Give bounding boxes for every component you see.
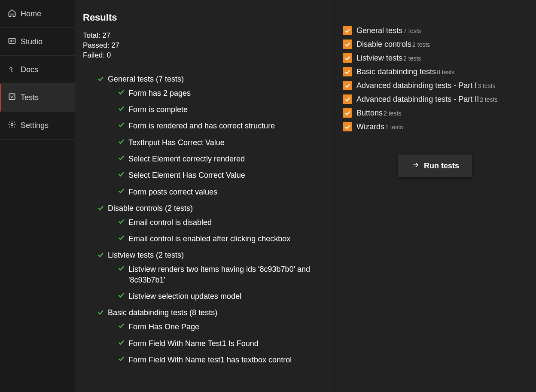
checkbox[interactable] <box>343 108 352 118</box>
test-group-header: General tests (7 tests) <box>97 75 330 84</box>
suite-count: 2 tests <box>480 96 497 103</box>
sidebar-item-label: Settings <box>21 121 49 130</box>
checkbox[interactable] <box>343 122 352 131</box>
sidebar-item-docs[interactable]: Docs <box>0 56 75 84</box>
suite-label: Listview tests2 tests <box>356 54 421 63</box>
check-icon <box>117 187 125 196</box>
sidebar: Home Studio Docs Tests Settings <box>0 0 75 392</box>
suite-count: 3 tests <box>478 82 495 89</box>
checkbox[interactable] <box>343 94 352 104</box>
test-label: TextInput Has Correct Value <box>128 137 225 148</box>
test-group-header: Listview tests (2 tests) <box>97 251 330 260</box>
suite-row[interactable]: Basic databinding tests8 tests <box>343 67 527 76</box>
test-label: Email control is enabled after clicking … <box>128 234 290 244</box>
test-label: Form is complete <box>128 104 188 115</box>
group-label: Listview tests (2 tests) <box>108 251 184 260</box>
studio-icon <box>8 36 16 47</box>
run-tests-button[interactable]: Run tests <box>398 155 472 177</box>
suites-panel: General tests7 tests Disable controls2 t… <box>335 0 536 392</box>
test-item: Form Field With Name test1 has textbox c… <box>117 353 330 367</box>
test-item: Email control is enabled after clicking … <box>117 232 330 246</box>
test-label: Form Has One Page <box>128 322 199 332</box>
sidebar-item-tests[interactable]: Tests <box>0 84 75 112</box>
checkbox[interactable] <box>343 53 352 63</box>
check-icon <box>117 88 125 97</box>
suite-label: Basic databinding tests8 tests <box>356 67 454 76</box>
test-item: Form Has One Page <box>117 320 330 334</box>
main: Results Total: 27 Passed: 27 Failed: 0 G… <box>75 0 536 392</box>
check-icon <box>117 217 125 226</box>
home-icon <box>8 9 16 19</box>
check-icon <box>117 291 125 300</box>
suite-count: 8 tests <box>437 69 454 76</box>
suite-row[interactable]: General tests7 tests <box>343 26 527 35</box>
check-icon <box>117 121 125 130</box>
suite-count: 7 tests <box>403 27 421 34</box>
test-item: Form has 2 pages <box>117 86 330 100</box>
check-icon <box>97 251 104 260</box>
sidebar-item-label: Home <box>21 9 41 18</box>
sidebar-item-home[interactable]: Home <box>0 0 75 28</box>
run-tests-label: Run tests <box>424 161 459 170</box>
suite-row[interactable]: Disable controls2 tests <box>343 40 527 49</box>
arrow-right-icon <box>411 161 420 171</box>
results-body: General tests (7 tests)Form has 2 pagesF… <box>75 70 335 392</box>
suite-label: Buttons2 tests <box>356 109 401 118</box>
check-icon <box>117 338 125 347</box>
suite-row[interactable]: Wizards1 tests <box>343 122 527 131</box>
docs-icon <box>8 64 16 75</box>
results-title: Results <box>75 12 335 23</box>
suite-row[interactable]: Listview tests2 tests <box>343 53 527 63</box>
test-item: Select Element correctly rendered <box>117 152 330 166</box>
test-item: Form is rendered and has correct structu… <box>117 119 330 133</box>
checkbox[interactable] <box>343 81 352 90</box>
test-label: Form Field With Name test1 has textbox c… <box>128 355 292 365</box>
checkbox[interactable] <box>343 67 352 76</box>
suite-row[interactable]: Advanced databinding tests - Part II2 te… <box>343 94 527 104</box>
sidebar-item-settings[interactable]: Settings <box>0 112 75 140</box>
suite-row[interactable]: Buttons2 tests <box>343 108 527 118</box>
sidebar-item-label: Studio <box>21 37 43 46</box>
test-item: Listview renders two items having ids '8… <box>117 262 330 287</box>
checkbox[interactable] <box>343 26 352 35</box>
svg-point-1 <box>12 71 12 72</box>
test-item: Select Element Has Correct Value <box>117 168 330 182</box>
checkbox[interactable] <box>343 40 352 49</box>
group-label: Basic databinding tests (8 tests) <box>108 308 217 317</box>
suite-row[interactable]: Advanced databinding tests - Part I3 tes… <box>343 81 527 90</box>
check-icon <box>117 104 125 113</box>
test-label: Select Element Has Correct Value <box>128 170 245 180</box>
svg-rect-2 <box>9 94 15 99</box>
suite-count: 2 tests <box>412 41 430 48</box>
suite-label: Wizards1 tests <box>356 122 403 131</box>
test-item: Form Field With Name Test1 Is Found <box>117 337 330 350</box>
test-label: Form is rendered and has correct structu… <box>128 121 275 131</box>
suite-count: 2 tests <box>384 110 401 117</box>
test-group-header: Basic databinding tests (8 tests) <box>97 308 330 317</box>
sidebar-item-label: Tests <box>21 93 39 102</box>
test-label: Form has 2 pages <box>128 88 191 98</box>
sidebar-item-studio[interactable]: Studio <box>0 28 75 56</box>
suite-list: General tests7 tests Disable controls2 t… <box>343 26 527 131</box>
group-label: General tests (7 tests) <box>108 75 184 84</box>
test-item: Form is complete <box>117 103 330 116</box>
results-panel: Results Total: 27 Passed: 27 Failed: 0 G… <box>75 0 335 392</box>
check-icon <box>97 75 104 84</box>
check-icon <box>117 355 125 364</box>
suite-label: General tests7 tests <box>356 26 421 35</box>
check-icon <box>117 170 125 179</box>
suite-count: 1 tests <box>385 124 403 131</box>
divider <box>83 65 327 65</box>
test-group-header: Disable controls (2 tests) <box>97 204 330 213</box>
settings-icon <box>8 120 16 131</box>
failed-label: Failed: 0 <box>83 51 335 61</box>
test-label: Listview selection updates model <box>128 291 241 301</box>
tests-icon <box>8 92 16 103</box>
passed-label: Passed: 27 <box>83 41 335 51</box>
check-icon <box>97 308 104 317</box>
test-item: TextInput Has Correct Value <box>117 136 330 149</box>
check-icon <box>117 322 125 331</box>
suite-label: Disable controls2 tests <box>356 40 430 49</box>
group-label: Disable controls (2 tests) <box>108 204 193 213</box>
test-label: Select Element correctly rendered <box>128 154 245 164</box>
